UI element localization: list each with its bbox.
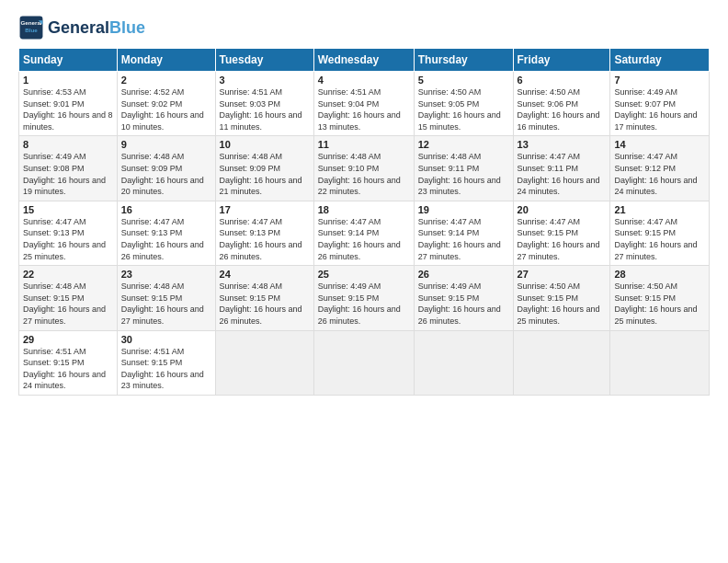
calendar-cell: 29Sunrise: 4:51 AMSunset: 9:15 PMDayligh… <box>19 330 118 395</box>
day-number: 15 <box>23 204 113 215</box>
calendar-cell: 1Sunrise: 4:53 AMSunset: 9:01 PMDaylight… <box>19 72 118 136</box>
calendar-cell: 8Sunrise: 4:49 AMSunset: 9:08 PMDaylight… <box>19 136 118 201</box>
calendar-cell: 17Sunrise: 4:47 AMSunset: 9:13 PMDayligh… <box>215 201 313 265</box>
calendar-cell: 19Sunrise: 4:47 AMSunset: 9:14 PMDayligh… <box>414 201 513 265</box>
weekday-header: Wednesday <box>313 49 414 72</box>
day-number: 26 <box>418 269 509 280</box>
calendar-week-row: 8Sunrise: 4:49 AMSunset: 9:08 PMDaylight… <box>19 136 710 201</box>
day-info: Sunrise: 4:48 AMSunset: 9:15 PMDaylight:… <box>220 281 310 327</box>
day-number: 17 <box>220 204 310 215</box>
calendar-table: SundayMondayTuesdayWednesdayThursdayFrid… <box>18 48 710 396</box>
day-info: Sunrise: 4:50 AMSunset: 9:15 PMDaylight:… <box>614 281 705 327</box>
calendar-cell: 26Sunrise: 4:49 AMSunset: 9:15 PMDayligh… <box>414 266 513 330</box>
day-number: 10 <box>220 139 310 150</box>
calendar-cell: 4Sunrise: 4:51 AMSunset: 9:04 PMDaylight… <box>313 72 414 136</box>
calendar-cell: 15Sunrise: 4:47 AMSunset: 9:13 PMDayligh… <box>19 201 118 265</box>
calendar-week-row: 15Sunrise: 4:47 AMSunset: 9:13 PMDayligh… <box>19 201 710 265</box>
day-info: Sunrise: 4:52 AMSunset: 9:02 PMDaylight:… <box>121 86 211 132</box>
day-number: 12 <box>418 139 509 150</box>
day-info: Sunrise: 4:48 AMSunset: 9:15 PMDaylight:… <box>23 281 113 327</box>
day-info: Sunrise: 4:48 AMSunset: 9:09 PMDaylight:… <box>121 151 211 197</box>
calendar-cell: 11Sunrise: 4:48 AMSunset: 9:10 PMDayligh… <box>313 136 414 201</box>
day-number: 22 <box>23 269 113 280</box>
calendar-cell: 2Sunrise: 4:52 AMSunset: 9:02 PMDaylight… <box>117 72 215 136</box>
calendar-cell: 23Sunrise: 4:48 AMSunset: 9:15 PMDayligh… <box>117 266 215 330</box>
logo: General Blue GeneralBlue <box>18 15 145 40</box>
header: General Blue GeneralBlue <box>18 15 710 40</box>
calendar-cell: 13Sunrise: 4:47 AMSunset: 9:11 PMDayligh… <box>513 136 610 201</box>
day-info: Sunrise: 4:47 AMSunset: 9:13 PMDaylight:… <box>23 216 113 262</box>
calendar-cell: 12Sunrise: 4:48 AMSunset: 9:11 PMDayligh… <box>414 136 513 201</box>
weekday-header: Tuesday <box>215 49 313 72</box>
calendar-week-row: 22Sunrise: 4:48 AMSunset: 9:15 PMDayligh… <box>19 266 710 330</box>
day-number: 24 <box>220 269 310 280</box>
calendar-cell <box>513 330 610 395</box>
day-number: 18 <box>318 204 410 215</box>
day-info: Sunrise: 4:50 AMSunset: 9:06 PMDaylight:… <box>518 86 607 132</box>
day-info: Sunrise: 4:49 AMSunset: 9:15 PMDaylight:… <box>318 281 410 327</box>
page: General Blue GeneralBlue SundayMondayTue… <box>0 0 728 563</box>
day-number: 29 <box>23 334 113 345</box>
calendar-cell: 25Sunrise: 4:49 AMSunset: 9:15 PMDayligh… <box>313 266 414 330</box>
day-info: Sunrise: 4:47 AMSunset: 9:14 PMDaylight:… <box>318 216 410 262</box>
weekday-header: Sunday <box>19 49 118 72</box>
day-info: Sunrise: 4:49 AMSunset: 9:15 PMDaylight:… <box>418 281 509 327</box>
calendar-cell: 6Sunrise: 4:50 AMSunset: 9:06 PMDaylight… <box>513 72 610 136</box>
weekday-header: Thursday <box>414 49 513 72</box>
weekday-header: Friday <box>513 49 610 72</box>
day-number: 13 <box>518 139 607 150</box>
day-number: 19 <box>418 204 509 215</box>
calendar-cell: 30Sunrise: 4:51 AMSunset: 9:15 PMDayligh… <box>117 330 215 395</box>
calendar-cell: 20Sunrise: 4:47 AMSunset: 9:15 PMDayligh… <box>513 201 610 265</box>
calendar-cell: 5Sunrise: 4:50 AMSunset: 9:05 PMDaylight… <box>414 72 513 136</box>
calendar-cell <box>610 330 710 395</box>
day-info: Sunrise: 4:50 AMSunset: 9:05 PMDaylight:… <box>418 86 509 132</box>
logo-text: GeneralBlue <box>48 19 145 36</box>
day-info: Sunrise: 4:47 AMSunset: 9:15 PMDaylight:… <box>614 216 705 262</box>
weekday-header: Saturday <box>610 49 710 72</box>
day-info: Sunrise: 4:47 AMSunset: 9:13 PMDaylight:… <box>220 216 310 262</box>
day-info: Sunrise: 4:47 AMSunset: 9:15 PMDaylight:… <box>518 216 607 262</box>
calendar-cell: 28Sunrise: 4:50 AMSunset: 9:15 PMDayligh… <box>610 266 710 330</box>
day-number: 9 <box>121 139 211 150</box>
day-info: Sunrise: 4:48 AMSunset: 9:11 PMDaylight:… <box>418 151 509 197</box>
day-info: Sunrise: 4:47 AMSunset: 9:14 PMDaylight:… <box>418 216 509 262</box>
day-info: Sunrise: 4:48 AMSunset: 9:15 PMDaylight:… <box>121 281 211 327</box>
day-number: 16 <box>121 204 211 215</box>
calendar-cell: 9Sunrise: 4:48 AMSunset: 9:09 PMDaylight… <box>117 136 215 201</box>
calendar-week-row: 1Sunrise: 4:53 AMSunset: 9:01 PMDaylight… <box>19 72 710 136</box>
calendar-cell: 22Sunrise: 4:48 AMSunset: 9:15 PMDayligh… <box>19 266 118 330</box>
day-info: Sunrise: 4:50 AMSunset: 9:15 PMDaylight:… <box>518 281 607 327</box>
calendar-cell: 14Sunrise: 4:47 AMSunset: 9:12 PMDayligh… <box>610 136 710 201</box>
day-number: 14 <box>614 139 705 150</box>
calendar-cell: 18Sunrise: 4:47 AMSunset: 9:14 PMDayligh… <box>313 201 414 265</box>
logo-icon: General Blue <box>18 15 44 40</box>
day-info: Sunrise: 4:51 AMSunset: 9:15 PMDaylight:… <box>121 346 211 392</box>
calendar-cell: 27Sunrise: 4:50 AMSunset: 9:15 PMDayligh… <box>513 266 610 330</box>
day-number: 11 <box>318 139 410 150</box>
calendar-week-row: 29Sunrise: 4:51 AMSunset: 9:15 PMDayligh… <box>19 330 710 395</box>
weekday-header: Monday <box>117 49 215 72</box>
day-number: 2 <box>121 75 211 86</box>
day-info: Sunrise: 4:51 AMSunset: 9:04 PMDaylight:… <box>318 86 410 132</box>
day-info: Sunrise: 4:47 AMSunset: 9:11 PMDaylight:… <box>518 151 607 197</box>
svg-text:Blue: Blue <box>25 27 38 33</box>
day-info: Sunrise: 4:47 AMSunset: 9:12 PMDaylight:… <box>614 151 705 197</box>
calendar-cell <box>414 330 513 395</box>
calendar-cell: 10Sunrise: 4:48 AMSunset: 9:09 PMDayligh… <box>215 136 313 201</box>
day-info: Sunrise: 4:49 AMSunset: 9:08 PMDaylight:… <box>23 151 113 197</box>
day-info: Sunrise: 4:49 AMSunset: 9:07 PMDaylight:… <box>614 86 705 132</box>
day-number: 7 <box>614 75 705 86</box>
calendar-cell <box>215 330 313 395</box>
day-number: 5 <box>418 75 509 86</box>
calendar-cell: 3Sunrise: 4:51 AMSunset: 9:03 PMDaylight… <box>215 72 313 136</box>
day-number: 21 <box>614 204 705 215</box>
calendar-cell: 16Sunrise: 4:47 AMSunset: 9:13 PMDayligh… <box>117 201 215 265</box>
day-number: 25 <box>318 269 410 280</box>
calendar-cell: 21Sunrise: 4:47 AMSunset: 9:15 PMDayligh… <box>610 201 710 265</box>
day-number: 23 <box>121 269 211 280</box>
day-number: 4 <box>318 75 410 86</box>
day-info: Sunrise: 4:53 AMSunset: 9:01 PMDaylight:… <box>23 86 113 132</box>
day-info: Sunrise: 4:47 AMSunset: 9:13 PMDaylight:… <box>121 216 211 262</box>
day-number: 8 <box>23 139 113 150</box>
